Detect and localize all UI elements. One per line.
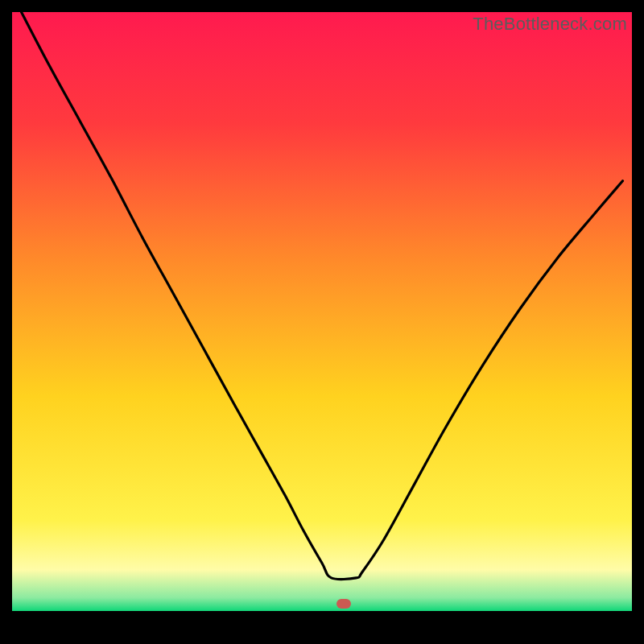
baseline-strip <box>12 611 632 632</box>
gradient-background <box>12 12 632 632</box>
chart-frame: TheBottleneck.com <box>12 12 632 632</box>
watermark-label: TheBottleneck.com <box>473 14 627 35</box>
bottleneck-chart <box>12 12 632 632</box>
optimal-point-marker <box>336 599 351 609</box>
